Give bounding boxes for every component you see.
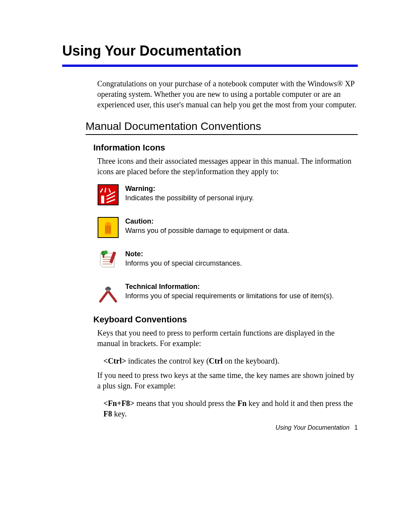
svg-line-3 [105, 188, 106, 192]
ex1-bold: Ctrl [209, 357, 223, 365]
subsection-keyboard: Keyboard Conventions Keys that you need … [93, 315, 358, 419]
icon-row-note: Note: Informs you of special circumstanc… [97, 249, 358, 271]
intro-paragraph: Congratulations on your purchase of a no… [97, 79, 358, 110]
page: Using Your Documentation Congratulations… [0, 0, 420, 509]
warning-desc: Indicates the possibility of personal in… [125, 194, 254, 202]
section-conventions: Manual Documentation Conventions Informa… [86, 120, 358, 419]
icon-row-caution: Caution: Warns you of possible damage to… [97, 217, 358, 238]
sub-title-keyboard: Keyboard Conventions [93, 315, 358, 325]
keyboard-example-1: <Ctrl> indicates the control key (Ctrl o… [103, 356, 358, 366]
technical-text: Technical Information: Informs you of sp… [125, 282, 334, 301]
note-desc: Informs you of special circumstances. [125, 259, 242, 267]
technical-desc: Informs you of special requirements or l… [125, 292, 334, 300]
icon-row-warning: Warning: Indicates the possibility of pe… [97, 184, 358, 206]
ex2-b: Fn [238, 399, 247, 408]
ex1-post: on the keyboard). [223, 357, 280, 365]
chapter-rule [62, 65, 358, 67]
svg-line-22 [109, 292, 116, 301]
ex1-mid: indicates the control key ( [126, 357, 209, 365]
svg-rect-1 [101, 196, 104, 203]
note-label: Note: [125, 250, 143, 258]
keyboard-example-2: <Fn+F8> means that you should press the … [103, 398, 358, 419]
ex2-c: key and hold it and then press the [247, 399, 353, 408]
technical-label: Technical Information: [125, 283, 200, 290]
note-text: Note: Informs you of special circumstanc… [125, 249, 242, 268]
keyboard-p1: Keys that you need to press to perform c… [97, 328, 358, 349]
page-number: 1 [354, 424, 358, 431]
page-footer: Using Your Documentation 1 [276, 424, 358, 431]
svg-point-19 [104, 250, 108, 254]
technical-icon [97, 282, 119, 304]
svg-point-23 [107, 289, 109, 292]
ex2-e: key. [112, 409, 127, 418]
note-icon [97, 249, 119, 271]
chapter-title: Using Your Documentation [62, 43, 358, 59]
warning-label: Warning: [125, 185, 155, 192]
warning-text: Warning: Indicates the possibility of pe… [125, 184, 254, 203]
caution-icon [97, 217, 119, 238]
keyboard-p2: If you need to press two keys at the sam… [97, 370, 358, 391]
svg-line-21 [100, 292, 107, 301]
ex2-d: F8 [103, 409, 112, 418]
warning-icon [97, 184, 119, 206]
section-title: Manual Documentation Conventions [86, 120, 358, 133]
ex2-key: <Fn+F8> [103, 399, 135, 408]
svg-rect-10 [107, 225, 108, 233]
subsection-info-icons: Information Icons Three icons and their … [93, 143, 358, 304]
caution-label: Caution: [125, 217, 154, 225]
running-head: Using Your Documentation [276, 424, 350, 431]
caution-desc: Warns you of possible damage to equipmen… [125, 227, 289, 234]
info-icons-lead: Three icons and their associated message… [97, 156, 358, 177]
svg-rect-11 [109, 226, 110, 233]
svg-rect-20 [103, 255, 104, 258]
section-rule [86, 134, 358, 135]
ex2-a: means that you should press the [135, 399, 238, 408]
svg-rect-9 [105, 226, 107, 233]
icon-row-technical: Technical Information: Informs you of sp… [97, 282, 358, 304]
sub-title-info-icons: Information Icons [93, 143, 358, 153]
ex1-key: <Ctrl> [103, 357, 126, 365]
caution-text: Caution: Warns you of possible damage to… [125, 217, 289, 236]
